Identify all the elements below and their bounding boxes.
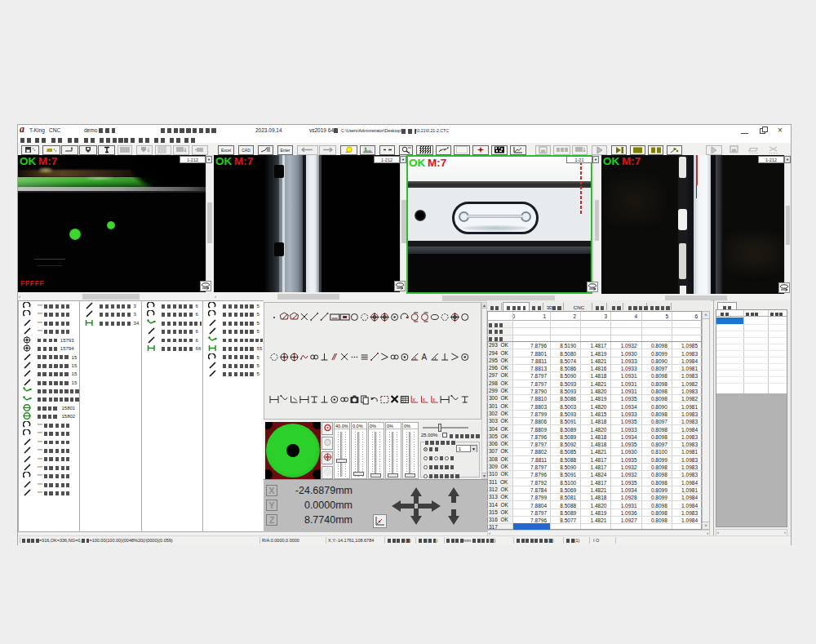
svg-text:x: x [432,397,436,402]
svg-text:A: A [422,353,428,362]
svg-text:x: x [423,397,426,402]
svg-text:x: x [412,397,415,402]
